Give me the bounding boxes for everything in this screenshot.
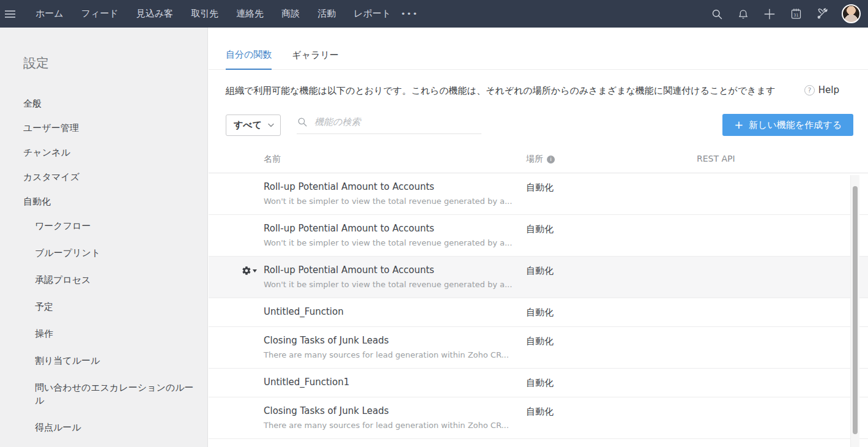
nav-item-accounts[interactable]: 取引先 [191,8,218,20]
row-gutter [209,405,264,430]
table-row[interactable]: Roll-up Potential Amount to Accounts Won… [209,257,868,298]
gear-dropdown-arrow-icon [253,269,257,272]
main-content: 自分の関数 ギャラリー 組織で利用可能な機能は以下のとおりです。これらの機能は、… [209,28,868,447]
help-link[interactable]: ? Help [804,85,839,96]
function-description: Won't it be simpler to view the total re… [264,280,526,290]
toolbar: すべて 機能の検索 + 新しい機能を作成する [209,97,868,136]
rest-api-cell [697,223,868,248]
sidebar-item-channels[interactable]: チャンネル [23,146,201,159]
svg-text:31: 31 [793,13,798,18]
function-name[interactable]: Closing Tasks of Junk Leads [264,335,526,347]
hamburger-menu-icon[interactable] [0,10,23,18]
calendar-icon[interactable]: 31 [789,7,803,21]
rest-api-cell [697,265,868,290]
function-location: 自動化 [526,182,554,193]
function-location: 自動化 [526,377,554,388]
sidebar-item-general[interactable]: 全般 [23,97,201,110]
function-location: 自動化 [526,307,554,318]
table-row[interactable]: Untitled_Function1 自動化 [209,369,868,397]
filter-dropdown[interactable]: すべて [226,115,281,136]
function-name[interactable]: Untitled_Function1 [264,377,526,388]
search-icon[interactable] [710,7,724,21]
column-header-rest-api[interactable]: REST API [697,154,868,165]
topbar-icon-group: 31 [710,4,868,23]
rest-api-cell [697,405,868,430]
function-name[interactable]: Roll-up Potential Amount to Accounts [264,223,526,235]
automation-submenu: ワークフロー ブループリント 承認プロセス 予定 操作 割り当てルール 問い合わ… [23,220,201,434]
sidebar-item-assignment-rules[interactable]: 割り当てルール [35,355,201,367]
settings-sidebar: 設定 全般 ユーザー管理 チャンネル カスタマイズ 自動化 ワークフロー ブルー… [0,28,208,447]
nav-item-home[interactable]: ホーム [35,8,64,20]
function-name[interactable]: Untitled_Function [264,306,526,318]
table-row[interactable]: Roll-up Potential Amount to Accounts Won… [209,173,868,215]
filter-dropdown-value: すべて [234,119,262,131]
nav-item-contacts[interactable]: 連絡先 [236,8,264,20]
add-plus-icon[interactable] [763,7,776,21]
function-location: 自動化 [526,336,554,347]
more-menu-icon[interactable]: ••• [401,9,418,18]
sidebar-item-approval-process[interactable]: 承認プロセス [35,274,201,287]
sidebar-item-workflow[interactable]: ワークフロー [35,220,201,233]
table-row[interactable]: Closing Tasks of Junk Leads There are ma… [209,397,868,439]
nav-item-deals[interactable]: 商談 [281,8,300,20]
function-description: Won't it be simpler to view the total re… [264,197,526,206]
table-row[interactable]: Roll-up Potential Amount to Accounts Won… [209,215,868,257]
sidebar-item-blueprint[interactable]: ブループリント [35,247,201,260]
tab-gallery[interactable]: ギャラリー [292,50,338,69]
info-icon[interactable]: i [547,156,555,163]
plus-icon: + [734,119,743,130]
row-gutter [209,335,264,360]
tab-my-functions[interactable]: 自分の関数 [226,49,272,70]
table-header-row: 名前 場所 i REST API [209,154,868,173]
user-avatar[interactable] [842,4,861,23]
row-gutter [209,377,264,389]
sidebar-item-customize[interactable]: カスタマイズ [23,171,201,184]
table-row[interactable]: Untitled_Function 自動化 [209,298,868,327]
function-name[interactable]: Roll-up Potential Amount to Accounts [264,181,526,193]
search-icon [297,116,308,127]
function-name[interactable]: Roll-up Potential Amount to Accounts [264,265,526,276]
column-header-name[interactable]: 名前 [264,154,526,165]
nav-item-reports[interactable]: レポート [354,8,391,20]
setup-tools-icon[interactable] [815,7,829,21]
row-gutter [209,306,264,318]
rest-api-cell [697,335,868,360]
scrollbar-thumb[interactable] [853,186,858,434]
functions-table: 名前 場所 i REST API Roll-up Potential Amoun… [209,154,868,439]
table-row[interactable]: Closing Tasks of Junk Leads There are ma… [209,327,868,369]
row-gutter [209,265,264,290]
row-gutter [209,181,264,206]
table-scrollbar[interactable] [850,175,859,447]
row-gutter [209,223,264,248]
tab-bar: 自分の関数 ギャラリー [209,28,868,70]
nav-item-leads[interactable]: 見込み客 [136,8,173,20]
nav-item-feed[interactable]: フィード [81,8,119,20]
rest-api-cell [697,181,868,206]
function-search-input[interactable]: 機能の検索 [297,116,481,134]
row-settings-gear-icon[interactable] [242,266,257,276]
function-name[interactable]: Closing Tasks of Junk Leads [264,405,526,417]
sidebar-item-schedules[interactable]: 予定 [35,301,201,314]
sidebar-item-user-management[interactable]: ユーザー管理 [23,122,201,135]
sidebar-item-actions[interactable]: 操作 [35,328,201,340]
help-label: Help [818,85,839,96]
function-location: 自動化 [526,265,554,276]
create-function-button-label: 新しい機能を作成する [749,119,842,131]
function-description: There are many sources for lead generati… [264,421,526,430]
column-header-location[interactable]: 場所 [526,154,543,165]
create-function-button[interactable]: + 新しい機能を作成する [722,114,853,136]
page-description: 組織で利用可能な機能は以下のとおりです。これらの機能は、それぞれの場所からのみさ… [226,85,775,97]
rest-api-cell [697,306,868,318]
search-placeholder: 機能の検索 [314,116,360,128]
function-description: Won't it be simpler to view the total re… [264,238,526,248]
rest-api-cell [697,377,868,389]
function-location: 自動化 [526,406,554,417]
top-navigation-bar: ホーム フィード 見込み客 取引先 連絡先 商談 活動 レポート ••• 31 [0,0,868,28]
sidebar-title: 設定 [23,54,201,72]
notifications-bell-icon[interactable] [736,7,750,21]
sidebar-item-scoring-rules[interactable]: 得点ルール [35,421,201,434]
sidebar-item-case-escalation-rules[interactable]: 問い合わせのエスカレーションのルール [35,381,201,407]
sidebar-item-automation[interactable]: 自動化 [23,195,201,208]
function-location: 自動化 [526,224,554,235]
nav-item-activities[interactable]: 活動 [317,8,336,20]
